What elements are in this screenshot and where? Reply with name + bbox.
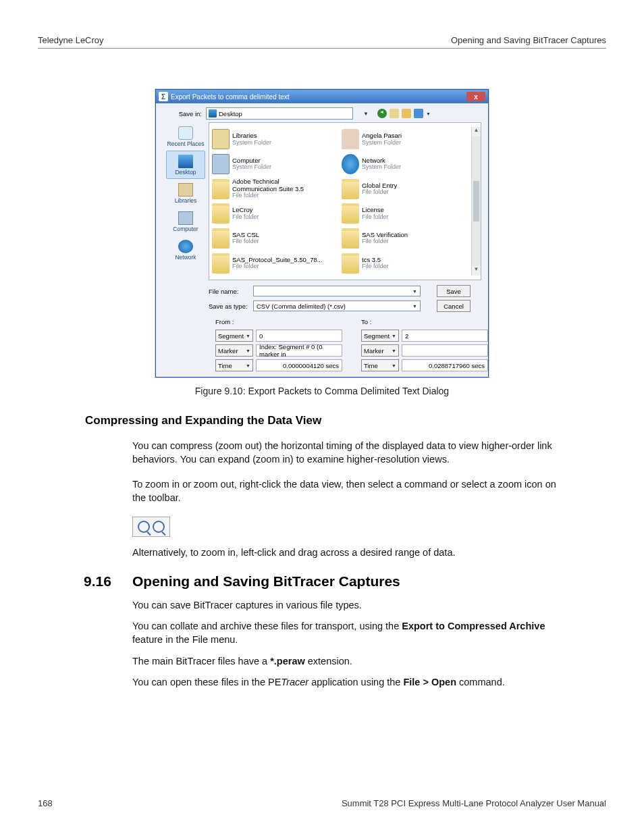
view-menu-icon[interactable] <box>414 109 423 118</box>
file-subtitle: File folder <box>362 263 389 270</box>
paragraph: You can compress (zoom out) the horizont… <box>132 440 566 466</box>
from-time-combo[interactable]: Time▼ <box>215 359 253 371</box>
up-one-level-icon[interactable] <box>390 109 399 118</box>
from-segment-combo[interactable]: Segment▼ <box>215 330 253 342</box>
save-in-dropdown-icon[interactable]: ▼ <box>361 109 371 118</box>
place-item-libraries[interactable]: Libraries <box>166 179 205 207</box>
file-subtitle: System Folder <box>362 140 402 147</box>
file-subtitle: System Folder <box>232 164 271 171</box>
chevron-down-icon[interactable]: ▼ <box>412 289 417 294</box>
from-label: From : <box>215 318 342 325</box>
place-item-recent-places[interactable]: Recent Places <box>166 122 205 151</box>
file-item[interactable]: LeCroyFile folder <box>212 201 342 226</box>
file-subtitle: File folder <box>232 238 259 245</box>
paragraph: To zoom in or zoom out, right-click the … <box>132 478 566 504</box>
scroll-thumb[interactable] <box>473 181 479 221</box>
place-item-network[interactable]: Network <box>166 236 205 264</box>
paragraph: You can save BitTracer captures in vario… <box>132 599 566 613</box>
header-left: Teledyne LeCroy <box>38 35 104 45</box>
desktop-icon <box>209 109 217 118</box>
place-item-desktop[interactable]: Desktop <box>166 151 205 179</box>
create-new-folder-icon[interactable] <box>402 109 411 118</box>
section-heading: 9.16 Opening and Saving BitTracer Captur… <box>38 573 606 590</box>
place-label: Libraries <box>175 197 197 204</box>
file-subtitle: File folder <box>362 238 408 245</box>
folder-lib-icon <box>212 129 230 149</box>
from-marker-combo[interactable]: Marker▼ <box>215 344 253 357</box>
file-item[interactable]: SAS CSLFile folder <box>212 226 342 251</box>
figure-caption: Figure 9.10: Export Packets to Comma Del… <box>38 386 606 396</box>
save-in-combo[interactable]: Desktop <box>206 107 353 120</box>
pi-recent-icon <box>178 126 193 140</box>
filename-input[interactable]: ▼ <box>253 286 421 296</box>
file-item[interactable]: tcs 3.5File folder <box>342 251 471 276</box>
from-time-value[interactable]: 0.0000004120 secs <box>256 359 342 371</box>
from-marker-value[interactable]: Index: Segment # 0 (0 marker in <box>256 344 342 357</box>
paragraph: The main BitTracer files have a *.peraw … <box>132 655 566 669</box>
user-icon <box>342 129 359 149</box>
paragraph: Alternatively, to zoom in, left-click an… <box>132 546 566 560</box>
comp-icon <box>212 154 230 174</box>
file-item[interactable]: SAS_Protocol_Suite_5.50_78...File folder <box>212 251 342 276</box>
to-segment-combo[interactable]: Segment▼ <box>361 330 399 342</box>
zoom-toolbar-image <box>132 517 170 537</box>
file-name: Adobe Technical Communication Suite 3.5 <box>232 178 313 192</box>
folder-icon <box>342 179 359 199</box>
save-button[interactable]: Save <box>437 285 471 297</box>
place-label: Recent Places <box>167 140 205 147</box>
zoom-in-icon <box>138 521 150 533</box>
to-marker-combo[interactable]: Marker▼ <box>361 344 399 357</box>
file-subtitle: File folder <box>232 214 259 221</box>
back-icon[interactable] <box>377 109 387 118</box>
close-icon: x <box>474 93 478 101</box>
folder-icon <box>212 203 230 224</box>
file-item[interactable]: LicenseFile folder <box>342 201 471 226</box>
file-item[interactable]: LibrariesSystem Folder <box>212 127 342 152</box>
to-segment-value[interactable]: 2 <box>402 330 488 342</box>
chevron-down-icon[interactable]: ▼ <box>426 111 431 116</box>
dialog-titlebar[interactable]: Σ Export Packets to comma delimited text… <box>156 90 488 103</box>
header-right: Opening and Saving BitTracer Captures <box>451 35 606 45</box>
cancel-button[interactable]: Cancel <box>437 300 471 312</box>
file-item[interactable]: Angela PasariSystem Folder <box>342 127 471 152</box>
file-subtitle: File folder <box>232 263 323 270</box>
app-icon: Σ <box>159 92 168 101</box>
pi-desktop-icon <box>178 155 193 168</box>
from-segment-value[interactable]: 0 <box>256 330 342 342</box>
file-item[interactable]: SAS VerificationFile folder <box>342 226 471 251</box>
pi-comp-icon <box>178 211 193 225</box>
section-number: 9.16 <box>84 573 132 590</box>
folder-icon <box>342 253 359 273</box>
net-icon <box>342 154 359 174</box>
folder-icon <box>212 253 230 273</box>
to-time-value[interactable]: 0.0288717960 secs <box>402 359 488 371</box>
saveas-combo[interactable]: CSV (Comma delimited) (*.csv) ▼ <box>253 301 421 311</box>
file-item[interactable]: NetworkSystem Folder <box>342 152 471 177</box>
close-button[interactable]: x <box>466 92 485 101</box>
dialog-title: Export Packets to comma delimited text <box>171 93 290 101</box>
scrollbar[interactable]: ▲ ▼ <box>471 127 481 276</box>
save-in-value: Desktop <box>219 110 242 118</box>
file-item[interactable]: Global EntryFile folder <box>342 176 471 201</box>
to-marker-value[interactable] <box>402 344 488 357</box>
scroll-up-icon[interactable]: ▲ <box>472 127 481 136</box>
chevron-down-icon[interactable]: ▼ <box>412 304 417 309</box>
folder-icon <box>212 179 230 199</box>
to-label: To : <box>361 318 488 325</box>
paragraph: You can collate and archive these files … <box>132 620 566 646</box>
file-list[interactable]: LibrariesSystem FolderComputerSystem Fol… <box>209 122 481 280</box>
file-item[interactable]: Adobe Technical Communication Suite 3.5F… <box>212 176 342 201</box>
place-label: Computer <box>173 226 198 232</box>
file-subtitle: System Folder <box>362 164 401 171</box>
save-in-label: Save in: <box>163 110 202 118</box>
place-item-computer[interactable]: Computer <box>166 207 205 236</box>
doc-title: Summit T28 PCI Express Multi-Lane Protoc… <box>342 798 606 808</box>
saveas-label: Save as type: <box>209 303 253 310</box>
file-subtitle: System Folder <box>232 140 271 147</box>
file-subtitle: File folder <box>362 189 397 196</box>
scroll-down-icon[interactable]: ▼ <box>472 266 481 276</box>
to-time-combo[interactable]: Time▼ <box>361 359 399 371</box>
file-item[interactable]: ComputerSystem Folder <box>212 152 342 177</box>
pi-net-icon <box>178 240 193 253</box>
page-number: 168 <box>38 798 53 808</box>
